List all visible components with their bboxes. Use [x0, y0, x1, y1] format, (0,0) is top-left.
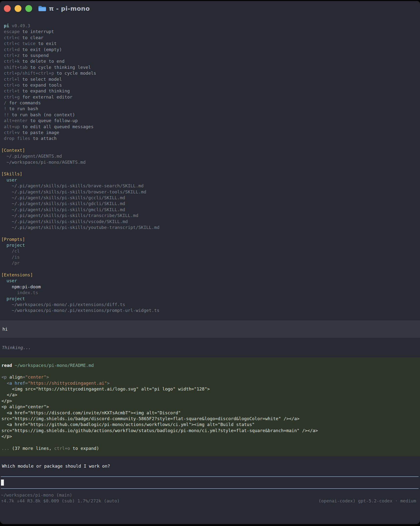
terminal-line: project: [1, 296, 420, 302]
terminal-line: ~/.pi/agent/skills/pi-skills/browser-too…: [1, 189, 420, 195]
terminal-line: shift+tab to cycle thinking level: [1, 64, 420, 70]
terminal-line: npm:pi-doom: [1, 284, 420, 290]
terminal-line: <a href="https://github.com/badlogic/pi-…: [1, 422, 416, 427]
terminal-line: /cl: [1, 248, 420, 254]
terminal-line: ctrl+c to clear: [1, 35, 420, 41]
terminal-line: ... (37 more lines, ctrl+o to expand): [1, 445, 416, 451]
terminal-line: [Skills]: [1, 171, 420, 177]
terminal-line: ctrl+p/shift+ctrl+p to cycle models: [1, 70, 420, 76]
terminal-line: <a href="https://discord.com/invite/nKXT…: [1, 410, 416, 416]
user-message: hi: [2, 326, 416, 332]
terminal-line: alt+enter to queue follow-up: [1, 118, 420, 124]
terminal-line: [Prompts]: [1, 236, 420, 242]
terminal-line: escape to interrupt: [1, 29, 420, 35]
terminal-line: read ~/workspaces/pi-mono/README.md: [1, 363, 416, 368]
terminal-line: ctrl+v to paste image: [1, 130, 420, 135]
terminal-line: [1, 230, 420, 236]
status-cwd-branch: ~/workspaces/pi-mono (main): [1, 492, 416, 498]
terminal-line: ctrl+l to select model: [1, 76, 420, 82]
terminal-line: pi v0.49.3: [1, 23, 420, 29]
minimize-button[interactable]: [15, 5, 21, 12]
title-group: π - pi-mono: [38, 5, 90, 12]
terminal-line: alt+up to edit all queued messages: [1, 124, 420, 130]
zoom-button[interactable]: [25, 5, 32, 12]
terminal-line: ctrl+d to exit (empty): [1, 47, 420, 52]
terminal-line: <p align="center">: [1, 374, 416, 380]
terminal-line: ctrl+k to delete to end: [1, 58, 420, 64]
terminal-line: </a>: [1, 392, 416, 398]
terminal-line: index.ts: [1, 290, 420, 296]
terminal-line: [1, 266, 420, 272]
terminal-line: <p align="center">: [1, 404, 416, 410]
assistant-message: Which module or package should I work on…: [2, 463, 420, 469]
intro-shortcuts: pi v0.49.3 escape to interrupt ctrl+c to…: [0, 23, 420, 142]
terminal-line: user: [1, 278, 420, 284]
terminal-line: ! to run bash: [1, 106, 420, 112]
folder-icon: [38, 5, 46, 12]
context-sections: [Context] ~/.pi/agent/AGENTS.md ~/worksp…: [0, 147, 420, 314]
terminal-line: user: [1, 177, 420, 183]
terminal-line: [1, 368, 416, 374]
terminal-line: [Context]: [1, 147, 420, 153]
window-title: π - pi-mono: [49, 5, 90, 12]
titlebar: π - pi-mono: [0, 1, 420, 16]
text-cursor: [1, 480, 4, 486]
terminal-line: project: [1, 242, 420, 248]
status-row: ↑4.7k ↓44 R3.8k $0.009 (sub) 1.7%/272k (…: [1, 498, 416, 504]
terminal-line: drop files to attach: [1, 135, 420, 141]
terminal-line: <a href="https://shittycodingagent.ai">: [1, 380, 416, 386]
terminal-line: ctrl+c twice to exit: [1, 41, 420, 46]
terminal-line: ~/.pi/agent/skills/pi-skills/vscode/SKIL…: [1, 219, 420, 224]
status-bar: ~/workspaces/pi-mono (main) ↑4.7k ↓44 R3…: [0, 492, 420, 504]
terminal-line: src="https://img.shields.io/badge/discor…: [1, 416, 416, 422]
terminal-line: / for commands: [1, 100, 420, 106]
terminal-line: ~/.pi/agent/skills/pi-skills/transcribe/…: [1, 213, 420, 219]
status-model-indicator: (openai-codex) gpt-5.2-codex · medium: [318, 498, 416, 504]
terminal-line: <img src="https://shittycodingagent.ai/l…: [1, 386, 416, 392]
tool-call-panel[interactable]: read ~/workspaces/pi-mono/README.md <p a…: [0, 357, 420, 457]
terminal-line: ~/.pi/agent/skills/pi-skills/gmcli/SKILL…: [1, 207, 420, 213]
terminal-line: ~/.pi/agent/skills/pi-skills/brave-searc…: [1, 183, 420, 189]
terminal-line: ctrl+o to expand tools: [1, 82, 420, 88]
terminal-line: ctrl+t to expand thinking: [1, 88, 420, 94]
terminal-line: /is: [1, 254, 420, 260]
thinking-label: Thinking...: [2, 345, 420, 351]
traffic-lights: [4, 5, 32, 12]
terminal-line: ctrl+z to suspend: [1, 52, 420, 58]
terminal-line: ~/.pi/agent/AGENTS.md: [1, 153, 420, 159]
user-message-panel: hi: [0, 320, 420, 338]
terminal-line: </p>: [1, 434, 416, 439]
terminal-line: [Extensions]: [1, 272, 420, 278]
assistant-message-block: Which module or package should I work on…: [0, 463, 420, 469]
close-button[interactable]: [4, 5, 11, 12]
status-token-usage: ↑4.7k ↓44 R3.8k $0.009 (sub) 1.7%/272k (…: [1, 498, 120, 504]
terminal-line: /pr: [1, 260, 420, 266]
terminal-line: ~/workspaces/pi-mono/.pi/extensions/diff…: [1, 302, 420, 307]
terminal-line: !! to run bash (no context): [1, 112, 420, 118]
terminal-line: ~/workspaces/pi-mono/AGENTS.md: [1, 159, 420, 165]
terminal-line: ~/.pi/agent/skills/pi-skills/gccli/SKILL…: [1, 195, 420, 201]
thinking-indicator: Thinking...: [0, 345, 420, 351]
terminal-line: ~/workspaces/pi-mono/.pi/extensions/prom…: [1, 307, 420, 313]
terminal-line: ~/.pi/agent/skills/pi-skills/gdcli/SKILL…: [1, 201, 420, 207]
terminal-line: [1, 165, 420, 171]
prompt-input[interactable]: [1, 476, 419, 489]
terminal-window: π - pi-mono pi v0.49.3 escape to interru…: [0, 1, 420, 524]
terminal-line: </p>: [1, 398, 416, 404]
terminal-line: src="https://img.shields.io/github/actio…: [1, 428, 416, 434]
terminal-line: [1, 440, 416, 445]
terminal-line: ~/.pi/agent/skills/pi-skills/youtube-tra…: [1, 224, 420, 230]
terminal-line: ctrl+g for external editor: [1, 94, 420, 100]
